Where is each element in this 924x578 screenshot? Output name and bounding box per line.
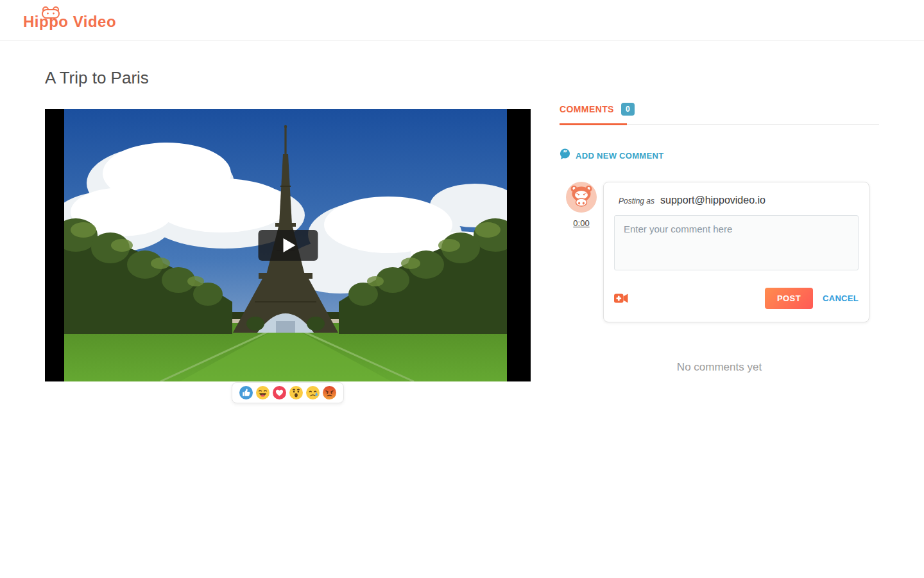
reaction-haha-icon[interactable] bbox=[256, 386, 270, 399]
play-icon bbox=[283, 238, 295, 252]
tabs-row: COMMENTS 0 bbox=[560, 103, 879, 125]
active-tab-underline bbox=[560, 123, 627, 125]
reaction-love-icon[interactable] bbox=[273, 386, 286, 399]
comments-count-badge: 0 bbox=[621, 103, 635, 116]
reactions-bar bbox=[232, 382, 344, 403]
hippo-video-logo[interactable]: Hippo Video bbox=[23, 13, 116, 31]
comment-card: Posting as support@hippovideo.io bbox=[603, 182, 869, 322]
record-video-button[interactable] bbox=[614, 293, 628, 304]
comment-input[interactable] bbox=[614, 215, 859, 270]
reaction-wow-icon[interactable] bbox=[289, 386, 303, 399]
reaction-angry-icon[interactable] bbox=[323, 386, 336, 399]
page: Hippo Video A Trip to Paris bbox=[0, 0, 924, 578]
reaction-sad-icon[interactable] bbox=[306, 386, 320, 399]
comments-panel: COMMENTS 0 ” ADD NEW COMMENT bbox=[560, 103, 879, 374]
posting-as-email: support@hippovideo.io bbox=[660, 195, 766, 206]
posting-as-row: Posting as support@hippovideo.io bbox=[614, 195, 859, 206]
tab-comments[interactable]: COMMENTS bbox=[560, 104, 614, 114]
post-button[interactable]: POST bbox=[765, 288, 813, 309]
cancel-button[interactable]: CANCEL bbox=[823, 293, 859, 303]
reaction-like-icon[interactable] bbox=[239, 386, 253, 399]
no-comments-text: No comments yet bbox=[560, 361, 879, 374]
comment-bubble-icon: ” bbox=[560, 148, 570, 162]
add-new-comment-label: ADD NEW COMMENT bbox=[576, 151, 663, 161]
avatar-column: 0:00 bbox=[560, 182, 603, 322]
hippo-head-icon bbox=[40, 5, 61, 22]
avatar bbox=[566, 182, 597, 213]
play-button[interactable] bbox=[258, 230, 318, 261]
card-footer: POST CANCEL bbox=[614, 288, 859, 309]
add-new-comment-button[interactable]: ” ADD NEW COMMENT bbox=[560, 148, 663, 162]
comment-form-row: 0:00 Posting as support@hippovideo.io bbox=[560, 182, 879, 322]
app-header: Hippo Video bbox=[0, 0, 924, 40]
reactions-wrap bbox=[45, 382, 531, 403]
timestamp-link[interactable]: 0:00 bbox=[573, 218, 589, 228]
posting-as-label: Posting as bbox=[619, 197, 654, 206]
svg-text:”: ” bbox=[563, 150, 567, 158]
video-player[interactable] bbox=[45, 109, 531, 381]
video-camera-plus-icon bbox=[614, 293, 628, 304]
page-title: A Trip to Paris bbox=[45, 68, 149, 88]
logo-text: Hippo Video bbox=[23, 13, 116, 30]
footer-actions: POST CANCEL bbox=[765, 288, 859, 309]
